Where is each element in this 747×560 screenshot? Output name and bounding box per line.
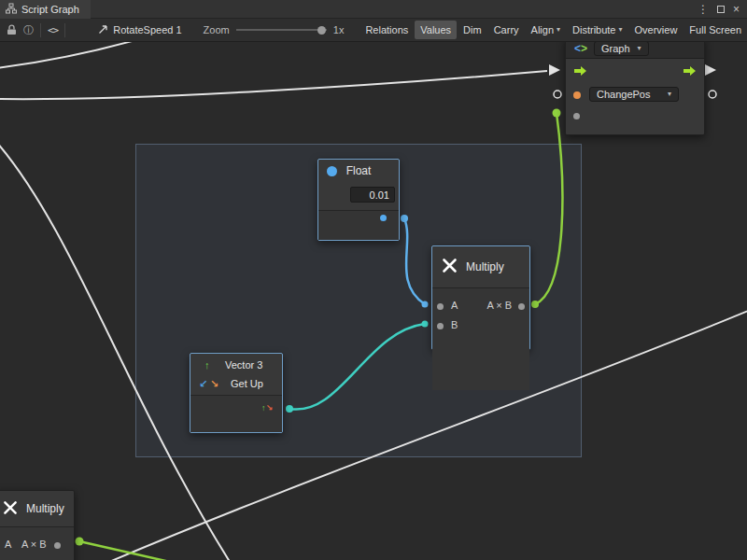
- port-label-b: B: [451, 319, 458, 330]
- arrow-up-icon: ↑: [204, 360, 210, 371]
- float-value-input[interactable]: 0.01: [350, 187, 395, 203]
- button-label: Relations: [365, 24, 408, 35]
- float-type-icon: [327, 166, 337, 176]
- window-controls: ⋮ ×: [698, 4, 747, 15]
- vector3-node-body: ↑↘: [190, 395, 282, 432]
- getup-subtitle-row: ↙ ↘ Get Up: [190, 374, 282, 393]
- button-label: Overview: [635, 24, 678, 35]
- chevron-down-icon: ▾: [638, 45, 641, 52]
- graph-canvas[interactable]: Float 0.01 Multiply A A × B: [0, 42, 747, 560]
- tab-script-graph[interactable]: Script Graph: [0, 0, 91, 19]
- flow-output-port[interactable]: [684, 65, 698, 79]
- wire-white-diagonal[interactable]: [103, 309, 747, 560]
- info-icon[interactable]: ⓘ: [23, 23, 34, 37]
- graph-dropdown-label: Graph: [601, 43, 630, 54]
- graph-toolbar: ⓘ <> RotateSpeed 1 Zoom 1x Relations Val…: [0, 19, 747, 42]
- wire-float-to-multiply-a[interactable]: [404, 218, 425, 304]
- distribute-dropdown-button[interactable]: Distribute▾: [567, 21, 627, 39]
- wire-getup-to-multiply-b[interactable]: [289, 324, 425, 410]
- script-graph-window: Script Graph ⋮ × ⓘ <> RotateSpeed 1 Zoom: [0, 0, 747, 560]
- changepos-row: ChangePos ▾: [566, 83, 704, 107]
- lock-icon[interactable]: [7, 24, 17, 35]
- zoom-slider-track: [236, 29, 327, 31]
- zoom-value: 1x: [333, 24, 345, 35]
- node-title: Float: [346, 164, 372, 177]
- port-row-b: B: [432, 316, 529, 336]
- chevron-down-icon: ▾: [557, 26, 560, 34]
- multiply-node-ports: A A × B B: [432, 287, 529, 390]
- zoom-slider[interactable]: [236, 23, 327, 36]
- wire-multiply-to-graph[interactable]: [535, 113, 562, 304]
- graph-dropdown[interactable]: Graph ▾: [594, 42, 649, 56]
- vector-port-icon: ↘: [265, 403, 273, 413]
- values-button[interactable]: Values: [415, 21, 457, 39]
- port-label-axb: A × B: [21, 539, 47, 550]
- wire-white-to-graph-node[interactable]: [0, 71, 547, 99]
- zoom-slider-handle[interactable]: [317, 26, 326, 35]
- multiply-input-a-port[interactable]: [437, 303, 444, 310]
- multiply-icon: [3, 500, 18, 518]
- graph-value-input-port[interactable]: [573, 113, 580, 119]
- script-graph-icon: [6, 3, 17, 16]
- multiply2-node-ports: A A × B: [0, 526, 74, 560]
- multiply-output-port[interactable]: [518, 303, 525, 310]
- graph-node-header: <> Graph ▾: [566, 42, 704, 59]
- button-label: Full Screen: [689, 24, 741, 35]
- window-title: Script Graph: [21, 4, 79, 15]
- dim-button[interactable]: Dim: [458, 21, 487, 39]
- value-port-row: [566, 107, 704, 126]
- toolbar-separator: [40, 23, 41, 37]
- rotatespeed-icon: [98, 24, 108, 36]
- float-output-port[interactable]: [380, 215, 387, 221]
- maximize-icon[interactable]: [717, 4, 725, 15]
- node-vector3-get-up[interactable]: ↑ Vector 3 ↙ ↘ Get Up ↑↘: [190, 353, 283, 433]
- graph-reference-breadcrumb[interactable]: RotateSpeed 1: [98, 24, 181, 36]
- multiply2-output-port[interactable]: [54, 542, 61, 549]
- align-dropdown-button[interactable]: Align▾: [526, 21, 566, 39]
- wire-dot-multiply2-out[interactable]: [76, 538, 84, 546]
- wire-dot-float-out[interactable]: [401, 215, 408, 222]
- float-node-body: [318, 210, 399, 240]
- wire-multiply2-output[interactable]: [79, 541, 232, 560]
- graph-reference-label: RotateSpeed 1: [113, 24, 181, 35]
- wire-dot-graph-in[interactable]: [553, 109, 561, 118]
- kebab-menu-icon[interactable]: ⋮: [698, 4, 709, 15]
- wire-dot-multiply-out[interactable]: [531, 301, 539, 308]
- vector3-title-row: ↑ Vector 3: [190, 356, 282, 374]
- getup-output-port[interactable]: ↑↘: [261, 404, 273, 413]
- node-float[interactable]: Float 0.01: [317, 159, 400, 241]
- changepos-dropdown-label: ChangePos: [597, 89, 651, 100]
- node-multiply[interactable]: Multiply A A × B B: [431, 245, 530, 350]
- node-graph-changepos[interactable]: <> Graph ▾ ChangePos ▾: [565, 42, 705, 135]
- wire-dot-getup-out[interactable]: [286, 405, 293, 413]
- arrow-down-left-icon: ↙: [199, 379, 207, 389]
- multiply-node-header: Multiply: [432, 246, 529, 287]
- wire-dot-multiply-b[interactable]: [422, 321, 429, 328]
- titlebar: Script Graph ⋮ ×: [0, 0, 747, 19]
- node-multiply-2[interactable]: Multiply A A × B: [0, 490, 75, 560]
- node-subtitle: Get Up: [231, 378, 263, 389]
- changepos-dropdown[interactable]: ChangePos ▾: [589, 87, 679, 102]
- code-icon[interactable]: <>: [48, 24, 58, 36]
- visual-script-icon: <>: [574, 42, 587, 55]
- port-circle-right[interactable]: [709, 91, 716, 98]
- port-label-axb: A × B: [486, 300, 512, 311]
- overview-button[interactable]: Overview: [629, 21, 684, 39]
- vector3-node-header: ↑ Vector 3 ↙ ↘ Get Up: [190, 354, 282, 395]
- flow-input-port[interactable]: [574, 65, 588, 79]
- port-circle-left[interactable]: [554, 91, 561, 98]
- changepos-input-port[interactable]: [573, 91, 581, 99]
- multiply2-node-header: Multiply: [0, 491, 74, 526]
- port-row: A A × B: [0, 536, 74, 555]
- full-screen-button[interactable]: Full Screen: [684, 21, 747, 39]
- flow-arrow-white-out[interactable]: [705, 64, 716, 76]
- flow-arrow-white-in[interactable]: [549, 64, 560, 76]
- port-label-a: A: [5, 539, 11, 550]
- wire-white-top-left[interactable]: [0, 42, 142, 68]
- multiply-input-b-port[interactable]: [437, 323, 444, 329]
- relations-button[interactable]: Relations: [359, 21, 414, 39]
- wire-dot-multiply-a[interactable]: [422, 301, 429, 308]
- carry-button[interactable]: Carry: [488, 21, 525, 39]
- node-title: Multiply: [466, 260, 504, 273]
- close-icon[interactable]: ×: [733, 4, 740, 15]
